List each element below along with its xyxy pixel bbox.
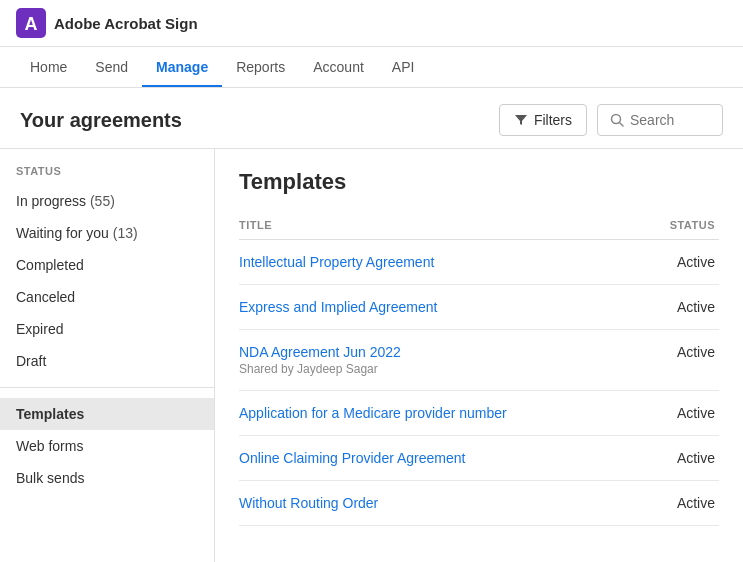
acrobat-sign-logo-icon: A bbox=[16, 8, 46, 38]
sidebar-item-completed-label: Completed bbox=[16, 257, 84, 273]
sidebar-item-draft-label: Draft bbox=[16, 353, 46, 369]
agreement-title-cell: Express and Implied Agreement bbox=[239, 285, 644, 330]
page-title: Your agreements bbox=[20, 109, 182, 132]
search-icon bbox=[610, 113, 624, 127]
filters-button[interactable]: Filters bbox=[499, 104, 587, 136]
sidebar-item-bulk-sends-label: Bulk sends bbox=[16, 470, 84, 486]
sidebar-item-bulk-sends[interactable]: Bulk sends bbox=[0, 462, 214, 494]
content-title: Templates bbox=[239, 169, 719, 195]
agreements-table: TITLE STATUS Intellectual Property Agree… bbox=[239, 213, 719, 526]
logo-text: Adobe Acrobat Sign bbox=[54, 15, 198, 32]
agreement-title-link[interactable]: Express and Implied Agreement bbox=[239, 299, 644, 315]
agreement-status-cell: Active bbox=[644, 240, 719, 285]
sidebar-item-templates[interactable]: Templates bbox=[0, 398, 214, 430]
agreement-title-cell: Intellectual Property Agreement bbox=[239, 240, 644, 285]
sidebar-item-completed[interactable]: Completed bbox=[0, 249, 214, 281]
sidebar-item-canceled-label: Canceled bbox=[16, 289, 75, 305]
sidebar-item-in-progress-count: (55) bbox=[90, 193, 115, 209]
page-header: Your agreements Filters bbox=[0, 88, 743, 149]
agreement-status-cell: Active bbox=[644, 330, 719, 391]
main-nav: Home Send Manage Reports Account API bbox=[0, 47, 743, 88]
agreement-status-cell: Active bbox=[644, 285, 719, 330]
agreement-title-cell: Application for a Medicare provider numb… bbox=[239, 391, 644, 436]
filters-label: Filters bbox=[534, 112, 572, 128]
nav-item-account[interactable]: Account bbox=[299, 47, 378, 87]
sidebar-item-waiting-count: (13) bbox=[113, 225, 138, 241]
svg-text:A: A bbox=[25, 14, 38, 34]
agreement-status-cell: Active bbox=[644, 436, 719, 481]
sidebar-item-waiting[interactable]: Waiting for you (13) bbox=[0, 217, 214, 249]
sidebar-item-waiting-label: Waiting for you bbox=[16, 225, 113, 241]
table-row: Online Claiming Provider AgreementActive bbox=[239, 436, 719, 481]
search-box[interactable] bbox=[597, 104, 723, 136]
table-row: Express and Implied AgreementActive bbox=[239, 285, 719, 330]
sidebar-item-canceled[interactable]: Canceled bbox=[0, 281, 214, 313]
sidebar: STATUS In progress (55) Waiting for you … bbox=[0, 149, 215, 562]
header-actions: Filters bbox=[499, 104, 723, 136]
sidebar-item-web-forms-label: Web forms bbox=[16, 438, 83, 454]
table-row: Application for a Medicare provider numb… bbox=[239, 391, 719, 436]
agreement-title-link[interactable]: Online Claiming Provider Agreement bbox=[239, 450, 644, 466]
top-bar: A Adobe Acrobat Sign bbox=[0, 0, 743, 47]
sidebar-item-templates-label: Templates bbox=[16, 406, 84, 422]
agreement-title-link[interactable]: Application for a Medicare provider numb… bbox=[239, 405, 644, 421]
nav-item-reports[interactable]: Reports bbox=[222, 47, 299, 87]
content-area: Templates TITLE STATUS Intellectual Prop… bbox=[215, 149, 743, 562]
agreement-title-cell: NDA Agreement Jun 2022Shared by Jaydeep … bbox=[239, 330, 644, 391]
table-row: Without Routing OrderActive bbox=[239, 481, 719, 526]
sidebar-divider bbox=[0, 387, 214, 388]
agreement-title-link[interactable]: Without Routing Order bbox=[239, 495, 644, 511]
col-header-status: STATUS bbox=[644, 213, 719, 240]
agreement-subtitle: Shared by Jaydeep Sagar bbox=[239, 362, 644, 376]
table-row: NDA Agreement Jun 2022Shared by Jaydeep … bbox=[239, 330, 719, 391]
sidebar-item-draft[interactable]: Draft bbox=[0, 345, 214, 377]
sidebar-item-in-progress-label: In progress bbox=[16, 193, 90, 209]
sidebar-item-expired-label: Expired bbox=[16, 321, 63, 337]
svg-line-3 bbox=[620, 123, 624, 127]
nav-item-api[interactable]: API bbox=[378, 47, 429, 87]
agreement-status-cell: Active bbox=[644, 391, 719, 436]
table-row: Intellectual Property AgreementActive bbox=[239, 240, 719, 285]
main-layout: STATUS In progress (55) Waiting for you … bbox=[0, 149, 743, 562]
status-section-label: STATUS bbox=[0, 165, 214, 185]
search-input[interactable] bbox=[630, 112, 710, 128]
nav-item-home[interactable]: Home bbox=[16, 47, 81, 87]
sidebar-item-expired[interactable]: Expired bbox=[0, 313, 214, 345]
agreement-title-link[interactable]: Intellectual Property Agreement bbox=[239, 254, 644, 270]
agreement-title-cell: Online Claiming Provider Agreement bbox=[239, 436, 644, 481]
agreement-title-cell: Without Routing Order bbox=[239, 481, 644, 526]
nav-item-manage[interactable]: Manage bbox=[142, 47, 222, 87]
sidebar-item-in-progress[interactable]: In progress (55) bbox=[0, 185, 214, 217]
agreement-title-link[interactable]: NDA Agreement Jun 2022 bbox=[239, 344, 644, 360]
nav-item-send[interactable]: Send bbox=[81, 47, 142, 87]
filter-icon bbox=[514, 113, 528, 127]
table-header-row: TITLE STATUS bbox=[239, 213, 719, 240]
agreement-status-cell: Active bbox=[644, 481, 719, 526]
sidebar-item-web-forms[interactable]: Web forms bbox=[0, 430, 214, 462]
col-header-title: TITLE bbox=[239, 213, 644, 240]
logo-area: A Adobe Acrobat Sign bbox=[16, 8, 198, 38]
